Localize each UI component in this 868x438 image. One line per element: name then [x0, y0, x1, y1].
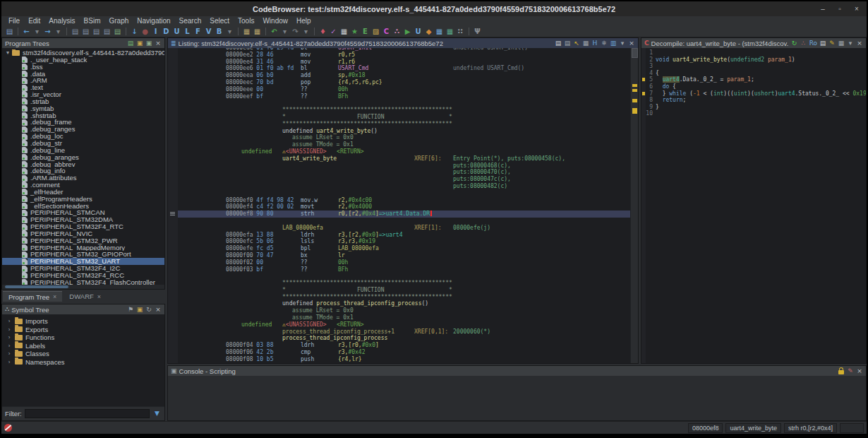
toolbar-forward-icon[interactable]: →: [42, 27, 53, 37]
toolbar-data-icon[interactable]: D: [161, 27, 171, 37]
bookmark-mark[interactable]: [632, 108, 637, 114]
toolbar-undefine-icon[interactable]: U: [171, 27, 182, 37]
tree-item-elfprogramheaders[interactable]: _elfProgramHeaders: [2, 196, 164, 203]
toolbar-graph-tool-icon[interactable]: ∴: [392, 27, 402, 37]
toolbar-undo-menu-icon[interactable]: ▾: [279, 27, 290, 37]
listing-line[interactable]: 08000efa 13 88 ldrh r3,[r2,#0x0]=>uart4: [178, 232, 630, 239]
refresh-icon[interactable]: ↻: [145, 305, 152, 314]
menu-select[interactable]: Select: [205, 16, 234, 26]
tab-close-icon[interactable]: ×: [97, 293, 101, 300]
listing-line[interactable]: puts:08000482(c): [178, 183, 630, 190]
menu-search[interactable]: Search: [175, 16, 206, 26]
close-icon[interactable]: ×: [856, 39, 863, 47]
toolbar-paste-link-icon[interactable]: ▤: [112, 27, 123, 37]
listing-line[interactable]: [178, 273, 630, 280]
tab-program-tree[interactable]: Program Tree×: [3, 291, 62, 302]
decompile-line[interactable]: 10: [646, 110, 866, 117]
decompile-line[interactable]: 7 } while (-1 < (int)((uint)(ushort)uart…: [646, 90, 866, 97]
new-tree-icon[interactable]: ▤: [127, 39, 134, 47]
tree-item-arm-attributes[interactable]: .ARM.attributes: [2, 174, 164, 182]
toolbar-back-icon[interactable]: ←: [21, 27, 32, 37]
toolbar-union-icon[interactable]: U: [413, 27, 423, 37]
menu-graph[interactable]: Graph: [105, 16, 133, 26]
tree-item-peripheral-stm32f4-rtc[interactable]: PERIPHERAL_STM32F4_RTC: [2, 223, 164, 230]
menu-file[interactable]: File: [4, 16, 24, 26]
toolbar-redo-menu-icon[interactable]: ▾: [301, 27, 311, 37]
toolbar-register-icon[interactable]: ▦: [252, 27, 263, 37]
tree-item-elfheader[interactable]: _elfHeader: [2, 189, 164, 196]
title-bar[interactable]: CodeBrowser: test:/stm32f4discovery.elf-…: [1, 1, 867, 16]
tree-item-peripheral-stmcan[interactable]: PERIPHERAL_STMCAN: [2, 209, 164, 216]
listing-line[interactable]: process_thread_ipconfig_process: [178, 335, 630, 342]
listing-line[interactable]: 08000eea 06 b0 add sp,#0x18: [178, 72, 630, 79]
tree-item-bss[interactable]: .bss: [2, 64, 164, 71]
listing-line[interactable]: 08000f03 bf ?? BFh: [178, 266, 630, 273]
tree-item-data[interactable]: .data: [2, 71, 164, 78]
diff-icon[interactable]: ❄: [601, 39, 608, 47]
menu-icon[interactable]: ▾: [619, 39, 626, 47]
toolbar-equates-icon[interactable]: E: [360, 27, 370, 37]
tree-item-debug-aranges[interactable]: .debug_aranges: [2, 154, 164, 161]
listing-line[interactable]: 08000efc 5b 06 lsls r3,r3,#0x19: [178, 238, 630, 245]
tree-item-strtab[interactable]: .strtab: [2, 98, 164, 105]
expander-icon[interactable]: ›: [6, 326, 12, 333]
tree-item-debug-str[interactable]: .debug_str: [2, 140, 164, 147]
decompile-line[interactable]: 9}: [646, 104, 866, 111]
listing-line[interactable]: assume LRset = 0x0: [178, 307, 630, 314]
listing-line[interactable]: ****************************************…: [178, 107, 630, 114]
edit-icon[interactable]: ✎: [828, 39, 836, 47]
toolbar-label-icon[interactable]: L: [182, 27, 193, 37]
toolbar-instruction-icon[interactable]: I: [150, 27, 161, 37]
symbol-tree-item-functions[interactable]: ›Functions: [2, 333, 164, 342]
paste-icon[interactable]: ▤: [564, 39, 571, 47]
reorder-label[interactable]: Ro: [809, 39, 817, 47]
tree-item-peripheral-stm32f4-i2c[interactable]: PERIPHERAL_STM32F4_I2C: [2, 265, 164, 272]
listing-line[interactable]: 08000ee4 31 46 mov r1,r6: [178, 59, 630, 66]
tree-root-item[interactable]: ▾stm32f4discovery.elf-s_445441-827a0dedd…: [2, 49, 164, 57]
listing-line[interactable]: 08000ee2 28 46 mov r0,r5: [178, 52, 630, 59]
tree-item-debug-info[interactable]: .debug_info: [2, 167, 164, 174]
expander-icon[interactable]: ›: [6, 343, 12, 349]
snapshot-icon[interactable]: ▦: [838, 39, 845, 47]
console-output[interactable]: [168, 376, 866, 420]
toolbar-byte-icon[interactable]: B: [214, 27, 224, 37]
toolbar-undo-icon[interactable]: ↶: [269, 27, 279, 37]
close-icon[interactable]: ×: [628, 39, 635, 47]
tree-item-peripheral-stm32f4-flashcontroller[interactable]: PERIPHERAL_STM32F4_FlashController: [2, 279, 164, 285]
cursor-style-icon[interactable]: ↖: [573, 39, 580, 47]
pin-icon[interactable]: ⚑: [127, 305, 134, 314]
tree-item-user-heap-stack[interactable]: ._user_heap_stack: [2, 57, 164, 64]
listing-line[interactable]: 08000f06 42 2b cmp r3,#0x42: [178, 349, 630, 356]
listing-line-selected[interactable]: 08000ef8 90 80 strh r0,[r2,#0x4]=>uart4.…: [178, 211, 630, 218]
expander-icon[interactable]: ›: [6, 334, 12, 341]
toolbar-memory-grid-icon[interactable]: ▦: [339, 27, 349, 37]
margin-icon[interactable]: H: [591, 39, 598, 47]
copy-icon[interactable]: ▤: [555, 39, 562, 47]
listing-line[interactable]: puts:08000470(c),: [178, 169, 630, 176]
snapshot-icon[interactable]: ▦: [582, 39, 589, 47]
listing-line[interactable]: 08000efe fc d5 bpl LAB_08000efa: [178, 245, 630, 252]
filter-options-icon[interactable]: ▼: [152, 409, 162, 418]
toolbar-bookmark-icon[interactable]: ◆: [423, 27, 434, 37]
listing-line[interactable]: * FUNCTION *: [178, 287, 630, 294]
toolbar-paste-special-icon[interactable]: ▤: [102, 27, 112, 37]
menu-analysis[interactable]: Analysis: [44, 16, 79, 26]
expander-icon[interactable]: ›: [6, 359, 12, 365]
edit-mode-icon[interactable]: ▥: [610, 39, 617, 47]
listing-line[interactable]: 08000f08 10 b5 push {r4,lr}: [178, 356, 630, 363]
close-icon[interactable]: ×: [155, 39, 162, 47]
listing-line[interactable]: process_thread_ipconfig_process+1XREF[0,…: [178, 328, 630, 336]
tree-item-peripheral-stm32-gpioport[interactable]: PERIPHERAL_STM32_GPIOPort: [2, 251, 164, 258]
bookmark-mark[interactable]: [632, 84, 637, 87]
tree-item-shstrtab[interactable]: .shstrtab: [2, 112, 164, 119]
expand-icon[interactable]: ▣: [145, 39, 152, 47]
toolbar-copy-icon[interactable]: ▤: [70, 27, 80, 37]
tree-item-peripheral-stm32dma[interactable]: PERIPHERAL_STM32DMA: [2, 216, 164, 223]
program-trees-header[interactable]: Program Trees ▤▣▣×: [2, 38, 164, 48]
tree-item-arm[interactable]: .ARM: [2, 77, 164, 84]
listing-line[interactable]: 08000ef4 c4 f2 00 02 movt r2,#0x4000: [178, 203, 630, 211]
toolbar-back-menu-icon[interactable]: ▾: [32, 27, 42, 37]
bookmark-mark[interactable]: [632, 89, 637, 92]
tree-item-peripheral-stm32-uart[interactable]: PERIPHERAL_STM32_UART: [2, 258, 164, 265]
tree-item-debug-ranges[interactable]: .debug_ranges: [2, 126, 164, 133]
